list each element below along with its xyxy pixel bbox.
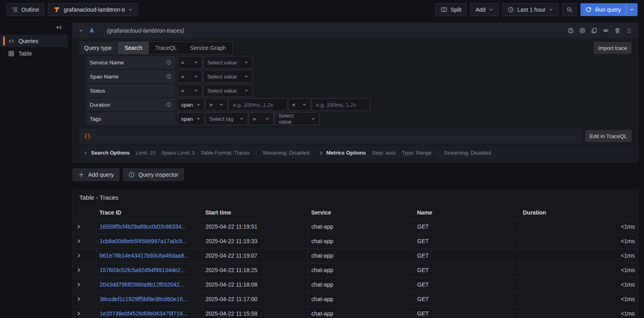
search-options-toggle[interactable]: Search Options xyxy=(83,150,130,156)
filter-row-span-name: Span Name = Select value xyxy=(86,70,632,83)
column-header-start-time[interactable]: Start time xyxy=(202,206,308,219)
zoom-out-time-button[interactable] xyxy=(562,3,577,16)
duration-cell: <1ms xyxy=(520,306,638,318)
operator-select[interactable]: = xyxy=(177,70,202,83)
duration-max-input[interactable] xyxy=(316,102,366,108)
tag-scope-select[interactable]: span xyxy=(177,112,204,125)
trace-id-cell: b61e78b14e43417b93c8a46daa8... xyxy=(96,248,202,263)
operator-select[interactable]: = xyxy=(177,56,202,69)
query-row-header[interactable]: A (grafanacloud-lambtron-traces) xyxy=(73,23,638,38)
add-dropdown-button[interactable]: Add xyxy=(470,3,499,16)
trace-id-link[interactable]: 16558f5cf4b29a89cc0d1fc86334... xyxy=(100,223,186,230)
trace-id-link[interactable]: 1e20738e0f4526d5fe063475f718... xyxy=(100,310,188,317)
option-metrics-streaming: Streaming: Disabled xyxy=(444,150,491,156)
sidebar-item-table[interactable]: Table xyxy=(0,47,68,60)
query-hide-button[interactable] xyxy=(603,27,609,34)
split-button[interactable]: Split xyxy=(436,3,466,16)
info-circle-icon xyxy=(128,171,135,178)
sidebar-item-queries[interactable]: Queries xyxy=(0,35,68,47)
duration-max-input-wrap xyxy=(312,98,370,111)
row-expander[interactable] xyxy=(73,277,96,292)
service-cell: chat-app xyxy=(308,219,414,234)
table-row: 1e20738e0f4526d5fe063475f718... 2025-04-… xyxy=(73,306,638,318)
query-help-button[interactable] xyxy=(568,27,574,34)
trace-id-link[interactable]: 38ccdef1c1929ff5bf9e38cd60e16... xyxy=(100,296,188,302)
run-query-dropdown-toggle[interactable] xyxy=(626,3,638,16)
table-row: 1cb8a00d8eb5f4588997a17a0c9... 2025-04-2… xyxy=(73,234,638,248)
tab-service-graph[interactable]: Service Graph xyxy=(184,42,232,54)
info-icon[interactable] xyxy=(166,60,171,65)
column-header-duration[interactable]: Duration xyxy=(520,206,638,219)
tab-traceql[interactable]: TraceQL xyxy=(149,42,184,54)
trace-id-link[interactable]: 2043dd79fdf2880a9b12f032042... xyxy=(100,281,184,288)
time-range-picker[interactable]: Last 1 hour xyxy=(502,3,559,16)
query-ref-id[interactable]: A xyxy=(90,27,94,34)
query-duplicate-button[interactable] xyxy=(591,27,597,34)
collapse-left-icon xyxy=(56,24,62,31)
info-icon[interactable] xyxy=(166,74,171,79)
value-select[interactable]: Select value xyxy=(203,70,253,83)
chevron-down-icon xyxy=(128,7,133,12)
start-time-cell: 2025-04-22 11:18:25 xyxy=(202,263,308,277)
time-range-label: Last 1 hour xyxy=(517,6,545,13)
trace-id-cell: 2043dd79fdf2880a9b12f032042... xyxy=(96,277,202,292)
query-actions: Add query Query inspector xyxy=(72,168,638,181)
service-cell: chat-app xyxy=(308,234,414,248)
plus-icon xyxy=(78,171,85,178)
tag-select[interactable]: Select tag xyxy=(205,112,248,125)
query-inspector-button[interactable]: Query inspector xyxy=(123,168,184,181)
column-header-service[interactable]: Service xyxy=(308,206,414,219)
trace-id-cell: 1cb8a00d8eb5f4588997a17a0c9... xyxy=(96,234,202,248)
add-label: Add xyxy=(475,6,485,13)
query-drag-handle[interactable] xyxy=(626,27,632,34)
name-cell: GET xyxy=(414,277,520,292)
datasource-picker[interactable]: grafanacloud-lambtron-tr xyxy=(48,3,138,16)
edit-in-traceql-button[interactable]: Edit in TraceQL xyxy=(585,130,632,142)
start-time-cell: 2025-04-22 11:17:00 xyxy=(202,292,308,306)
collapse-query-chevron-icon[interactable] xyxy=(78,28,83,33)
trace-id-link[interactable]: b61e78b14e43417b93c8a46daa8... xyxy=(100,252,189,259)
row-expander[interactable] xyxy=(73,234,96,248)
operator-select[interactable]: = xyxy=(177,84,202,97)
row-expander[interactable] xyxy=(73,292,96,306)
duration-min-input[interactable] xyxy=(233,102,283,108)
duration-gt-select[interactable]: > xyxy=(205,98,228,111)
duration-lt-select[interactable]: < xyxy=(288,98,311,111)
table-row: 157603c52fc5a92d94f99134de2... 2025-04-2… xyxy=(73,263,638,277)
row-expander[interactable] xyxy=(73,219,96,234)
import-trace-button[interactable]: Import trace xyxy=(594,42,632,54)
metrics-options-toggle[interactable]: Metrics Options xyxy=(319,150,366,156)
chevron-down-icon xyxy=(194,74,198,79)
info-icon[interactable] xyxy=(166,102,171,107)
service-cell: chat-app xyxy=(308,263,414,277)
option-limit: Limit: 20 xyxy=(136,150,155,156)
query-disable-button[interactable] xyxy=(579,27,586,34)
tag-value-select[interactable]: Select value xyxy=(275,112,320,125)
clock-icon xyxy=(508,6,514,13)
outline-button[interactable]: Outline xyxy=(6,3,44,16)
query-remove-button[interactable] xyxy=(614,27,621,34)
option-type: Type: Range xyxy=(402,150,431,156)
value-select[interactable]: Select value xyxy=(203,84,253,97)
zoom-out-icon xyxy=(566,6,573,13)
tag-operator-select[interactable]: = xyxy=(249,112,274,125)
run-query-button[interactable]: Run query xyxy=(580,3,626,16)
chevron-right-icon xyxy=(76,253,82,258)
trace-id-link[interactable]: 157603c52fc5a92d94f99134de2... xyxy=(100,267,186,273)
chevron-down-icon xyxy=(549,7,553,12)
row-expander[interactable] xyxy=(73,306,96,318)
column-header-name[interactable]: Name xyxy=(414,206,520,219)
divider xyxy=(438,150,438,156)
column-header-trace-id[interactable]: Trace ID xyxy=(96,206,202,219)
collapse-outline-button[interactable] xyxy=(56,24,62,31)
row-expander[interactable] xyxy=(73,263,96,277)
trace-id-link[interactable]: 1cb8a00d8eb5f4588997a17a0c9... xyxy=(100,238,187,244)
duration-cell: <1ms xyxy=(520,263,638,277)
tab-search[interactable]: Search xyxy=(118,42,149,54)
row-expander[interactable] xyxy=(73,248,96,263)
value-select[interactable]: Select value xyxy=(203,56,253,69)
add-query-button[interactable]: Add query xyxy=(72,168,120,181)
chevron-down-icon xyxy=(194,60,198,65)
duration-scope-select[interactable]: span xyxy=(177,98,204,111)
chevron-right-icon xyxy=(76,296,82,302)
